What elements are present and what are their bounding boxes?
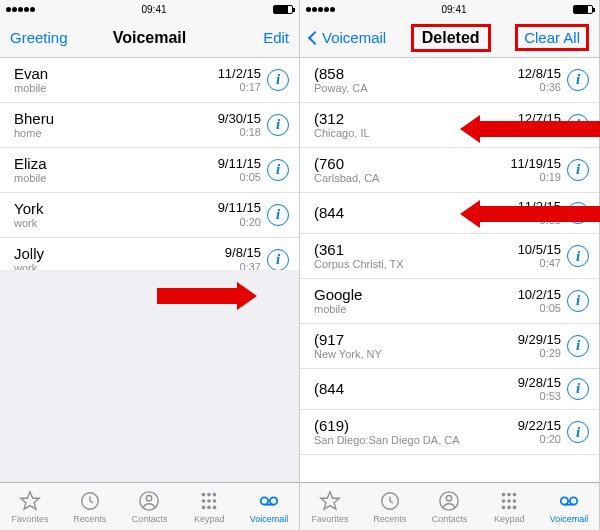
row-name: Eliza — [14, 155, 218, 172]
row-sub: work — [14, 262, 225, 270]
tab-contacts[interactable]: Contacts — [120, 483, 180, 530]
info-icon[interactable]: i — [567, 245, 589, 267]
phone-deleted: 09:41 Voicemail Deleted Clear All (858Po… — [300, 0, 600, 530]
list-item[interactable]: Jollywork9/8/150:37i — [0, 238, 299, 270]
tab-keypad[interactable]: Keypad — [479, 483, 539, 530]
nav-back-button[interactable]: Voicemail — [310, 29, 386, 46]
nav-greeting-button[interactable]: Greeting — [10, 29, 80, 46]
row-name: (619) — [314, 417, 518, 434]
nav-edit-button[interactable]: Edit — [219, 29, 289, 46]
row-sub: mobile — [314, 303, 518, 316]
tab-keypad[interactable]: Keypad — [179, 483, 239, 530]
svg-point-6 — [213, 492, 217, 496]
svg-point-10 — [202, 505, 206, 509]
svg-point-29 — [561, 497, 568, 504]
info-icon[interactable]: i — [267, 114, 289, 136]
svg-point-7 — [202, 499, 206, 503]
svg-point-12 — [213, 505, 217, 509]
row-date: 9/11/15 — [218, 157, 261, 171]
row-sub: New York, NY — [314, 348, 518, 361]
info-icon[interactable]: i — [567, 335, 589, 357]
row-name: Google — [314, 286, 518, 303]
info-icon[interactable]: i — [567, 159, 589, 181]
svg-point-27 — [507, 505, 511, 509]
list-item[interactable]: (312Chicago, IL12/7/150:09i — [300, 103, 599, 148]
row-duration: 0:19 — [510, 171, 561, 183]
row-sub: Chicago, IL — [314, 127, 518, 140]
row-name: York — [14, 200, 218, 217]
info-icon[interactable]: i — [567, 114, 589, 136]
row-date: 12/7/15 — [518, 112, 561, 126]
row-sub: San Diego:San Diego DA, CA — [314, 434, 518, 447]
svg-point-21 — [507, 492, 511, 496]
deleted-voicemail-list[interactable]: (858Poway, CA12/8/150:36i(312Chicago, IL… — [300, 58, 599, 482]
nav-clear-all-button[interactable]: Clear All — [515, 24, 589, 51]
row-name: Evan — [14, 65, 218, 82]
row-date: 9/30/15 — [218, 112, 261, 126]
row-date: 9/11/15 — [218, 201, 261, 215]
contact-icon — [438, 490, 460, 512]
tab-recents[interactable]: Recents — [360, 483, 420, 530]
list-item[interactable]: (619)San Diego:San Diego DA, CA9/22/150:… — [300, 410, 599, 455]
row-duration: 0:18 — [218, 126, 261, 138]
info-icon[interactable]: i — [567, 69, 589, 91]
row-name: (361 — [314, 241, 518, 258]
row-date: 9/28/15 — [518, 376, 561, 390]
info-icon[interactable]: i — [267, 249, 289, 271]
list-item[interactable]: Googlemobile10/2/150:05i — [300, 279, 599, 324]
tab-favorites[interactable]: Favorites — [300, 483, 360, 530]
info-icon[interactable]: i — [267, 159, 289, 181]
navbar: Greeting Voicemail Edit — [0, 18, 299, 58]
phone-voicemail: 09:41 Greeting Voicemail Edit Evanmobile… — [0, 0, 300, 530]
svg-point-30 — [570, 497, 577, 504]
info-icon[interactable]: i — [267, 69, 289, 91]
list-item[interactable]: (858Poway, CA12/8/150:36i — [300, 58, 599, 103]
list-item[interactable]: Elizamobile9/11/150:05i — [0, 148, 299, 193]
navbar: Voicemail Deleted Clear All — [300, 18, 599, 58]
info-icon[interactable]: i — [567, 378, 589, 400]
row-duration: 0:47 — [518, 257, 561, 269]
row-date: 11/2/15 — [218, 67, 261, 81]
tab-voicemail[interactable]: Voicemail — [539, 483, 599, 530]
info-icon[interactable]: i — [267, 204, 289, 226]
list-item[interactable]: (84411/2/150:51i — [300, 193, 599, 234]
chevron-left-icon — [308, 30, 322, 44]
row-date: 12/8/15 — [518, 67, 561, 81]
svg-point-3 — [147, 495, 153, 501]
list-item[interactable]: Yorkwork9/11/150:20i — [0, 193, 299, 238]
list-item[interactable]: (760Carlsbad, CA11/19/150:19i — [300, 148, 599, 193]
row-duration: 0:53 — [518, 390, 561, 402]
keypad-icon — [498, 490, 520, 512]
list-item[interactable]: (917New York, NY9/29/150:29i — [300, 324, 599, 369]
tab-favorites[interactable]: Favorites — [0, 483, 60, 530]
list-item[interactable]: (8449/28/150:53i — [300, 369, 599, 410]
status-time: 09:41 — [141, 4, 166, 15]
voicemail-list[interactable]: Evanmobile11/2/150:17iBheruhome9/30/150:… — [0, 58, 299, 270]
tab-voicemail[interactable]: Voicemail — [239, 483, 299, 530]
tab-contacts[interactable]: Contacts — [420, 483, 480, 530]
row-sub: mobile — [14, 82, 218, 95]
battery-icon — [273, 5, 293, 14]
list-item[interactable]: Evanmobile11/2/150:17i — [0, 58, 299, 103]
tab-recents[interactable]: Recents — [60, 483, 120, 530]
svg-point-13 — [261, 497, 268, 504]
info-icon[interactable]: i — [567, 202, 589, 224]
list-item[interactable]: Bheruhome9/30/150:18i — [0, 103, 299, 148]
row-sub: mobile — [14, 172, 218, 185]
row-duration: 0:09 — [518, 126, 561, 138]
clock-icon — [79, 490, 101, 512]
row-duration: 0:20 — [218, 216, 261, 228]
row-name: (760 — [314, 155, 510, 172]
row-date: 11/19/15 — [510, 157, 561, 171]
star-icon — [319, 490, 341, 512]
empty-area — [0, 270, 299, 482]
info-icon[interactable]: i — [567, 290, 589, 312]
row-name: (844 — [314, 204, 518, 221]
svg-point-14 — [270, 497, 277, 504]
list-item[interactable]: (361Corpus Christi, TX10/5/150:47i — [300, 234, 599, 279]
svg-point-8 — [207, 499, 211, 503]
info-icon[interactable]: i — [567, 421, 589, 443]
keypad-icon — [198, 490, 220, 512]
row-name: (917 — [314, 331, 518, 348]
nav-title: Deleted — [411, 24, 491, 52]
